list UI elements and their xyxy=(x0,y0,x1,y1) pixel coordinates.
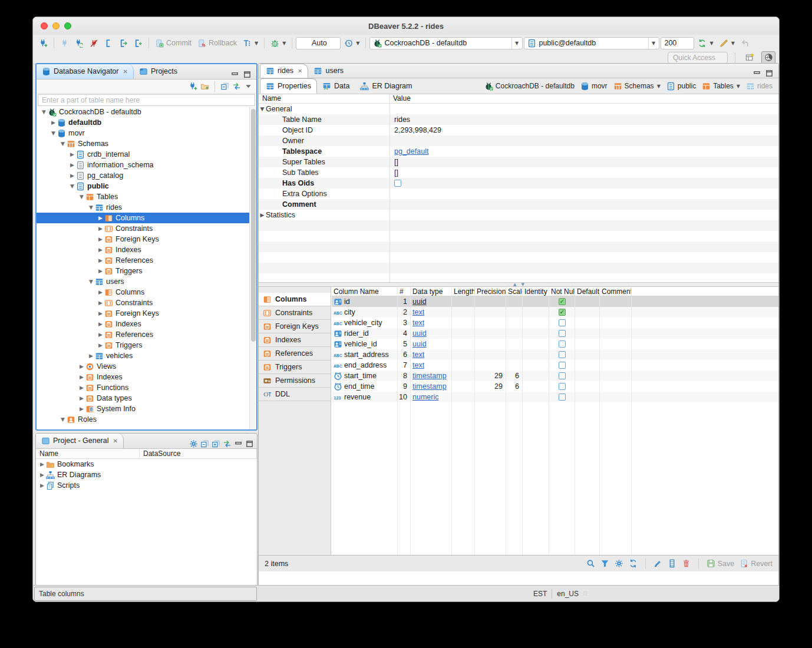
expanded-arrow-icon[interactable]: ▼ xyxy=(87,204,95,210)
rollback-button[interactable]: Rollback xyxy=(195,36,239,50)
column-row-rider-id[interactable]: rider_id4uuid xyxy=(332,328,778,339)
collapsed-arrow-icon[interactable]: ▶ xyxy=(87,353,95,359)
breadcrumb-cockroachdb-defaultdb[interactable]: CockroachDB - defaultdb xyxy=(484,82,575,91)
column-row-id[interactable]: id1uuid xyxy=(332,296,778,307)
column-row-end-time[interactable]: end_time9timestamp296 xyxy=(332,381,778,392)
commit-mode-combo[interactable]: Auto xyxy=(296,37,341,49)
tree-item-constraints[interactable]: ▶Constraints xyxy=(37,297,256,308)
not-null-checkbox[interactable] xyxy=(559,330,566,337)
invalidate-connection-button[interactable] xyxy=(72,36,86,50)
refresh-icon[interactable] xyxy=(629,559,638,568)
tree-item-defaultdb[interactable]: ▶defaultdb xyxy=(37,117,256,128)
open-perspective-button[interactable] xyxy=(742,51,757,64)
property-row-extra-options[interactable]: Extra Options xyxy=(259,189,778,199)
tree-item-system-info[interactable]: ▶System Info xyxy=(37,404,256,414)
filter-icon[interactable] xyxy=(600,559,609,568)
data-type-link[interactable]: uuid xyxy=(412,329,427,338)
add-column-icon[interactable] xyxy=(668,559,676,568)
collapsed-arrow-icon[interactable]: ▶ xyxy=(97,236,104,242)
maximize-view-icon[interactable] xyxy=(765,69,774,78)
collapsed-arrow-icon[interactable]: ▶ xyxy=(78,385,85,391)
collapsed-arrow-icon[interactable]: ▶ xyxy=(97,226,104,232)
collapsed-arrow-icon[interactable]: ▶ xyxy=(97,257,104,263)
data-type-link[interactable]: numeric xyxy=(412,393,438,401)
breadcrumb-rides[interactable]: rides xyxy=(746,82,773,91)
schema-combo[interactable]: public@defaultdb ▼ xyxy=(524,37,659,49)
collapsed-arrow-icon[interactable]: ▶ xyxy=(78,395,85,401)
data-type-link[interactable]: text xyxy=(412,351,424,359)
zoom-window-button[interactable] xyxy=(64,22,71,29)
tree-item-foreign-keys[interactable]: ▶Foreign Keys xyxy=(37,234,256,244)
tree-item-indexes[interactable]: ▶Indexes xyxy=(37,319,256,329)
tree-item-roles[interactable]: ▼Roles xyxy=(37,414,256,425)
view-menu-icon[interactable] xyxy=(244,82,253,91)
detail-tab-indexes[interactable]: Indexes xyxy=(259,333,331,347)
collapse-all-icon[interactable] xyxy=(200,439,209,448)
property-row-has-oids[interactable]: Has Oids xyxy=(259,178,778,189)
collapsed-arrow-icon[interactable]: ▶ xyxy=(97,332,104,338)
tree-item-functions[interactable]: ▶Functions xyxy=(37,382,256,393)
expanded-arrow-icon[interactable]: ▼ xyxy=(59,141,67,147)
assist-button[interactable]: ▼ xyxy=(717,36,737,50)
breadcrumb-tables[interactable]: Tables▼ xyxy=(702,82,740,91)
collapsed-arrow-icon[interactable]: ▶ xyxy=(97,289,104,295)
close-icon[interactable]: ✕ xyxy=(123,68,127,75)
tree-item-information-schema[interactable]: ▶information_schema xyxy=(37,160,256,170)
expanded-arrow-icon[interactable]: ▼ xyxy=(49,130,57,136)
edit-icon[interactable] xyxy=(653,559,662,568)
expanded-arrow-icon[interactable]: ▼ xyxy=(87,279,95,285)
close-window-button[interactable] xyxy=(41,22,48,29)
property-row-super-tables[interactable]: Super Tables[] xyxy=(259,157,778,167)
breadcrumb-movr[interactable]: movr xyxy=(580,82,608,91)
data-type-link[interactable]: timestamp xyxy=(412,382,447,391)
column-row-end-address[interactable]: ABCend_address7text xyxy=(332,360,778,371)
property-row-object-id[interactable]: Object ID2,293,998,429 xyxy=(259,125,778,135)
minimize-view-icon[interactable] xyxy=(234,439,243,448)
maximize-view-icon[interactable] xyxy=(245,439,254,448)
tree-item-triggers[interactable]: ▶Triggers xyxy=(37,340,256,351)
collapsed-arrow-icon[interactable]: ▶ xyxy=(68,173,76,178)
revert-button[interactable]: Revert xyxy=(740,559,773,568)
subtab-properties[interactable]: Properties xyxy=(260,78,317,94)
property-row-statistics[interactable]: ▶Statistics xyxy=(259,210,778,220)
open-sql-editor-button[interactable] xyxy=(117,36,130,50)
tree-item-users[interactable]: ▼users xyxy=(37,276,256,287)
not-null-checkbox[interactable] xyxy=(559,351,566,358)
tree-item-cockroachdb-defaultdb[interactable]: ▼CockroachDB - defaultdb xyxy=(37,107,256,117)
project-item-scripts[interactable]: ▶Scripts xyxy=(36,480,257,491)
tree-item-schemas[interactable]: ▼Schemas xyxy=(37,138,256,149)
tree-item-views[interactable]: ▶Views xyxy=(37,361,256,372)
not-null-checkbox[interactable] xyxy=(559,362,566,369)
fetch-size-input[interactable]: 200 xyxy=(661,37,694,49)
editor-tab-users[interactable]: users xyxy=(308,64,349,78)
tree-item-vehicles[interactable]: ▶vehicles xyxy=(37,351,256,361)
expand-all-icon[interactable] xyxy=(212,439,220,448)
transaction-history-button[interactable]: ▼ xyxy=(342,36,362,50)
column-header-column-name[interactable]: Column Name xyxy=(332,287,398,296)
disconnect-button[interactable] xyxy=(87,36,101,50)
tree-item-pg-catalog[interactable]: ▶pg_catalog xyxy=(37,170,256,181)
collapse-all-icon[interactable] xyxy=(220,82,229,91)
tab-projects[interactable]: Projects xyxy=(134,64,183,79)
collapsed-arrow-icon[interactable]: ▶ xyxy=(97,321,104,327)
save-button[interactable]: Save xyxy=(707,559,735,568)
collapsed-arrow-icon[interactable]: ▶ xyxy=(49,120,57,125)
column-header-data-type[interactable]: Data type xyxy=(411,287,452,296)
collapsed-arrow-icon[interactable]: ▶ xyxy=(97,310,104,316)
column-row-city[interactable]: ABCcity2text xyxy=(332,307,778,318)
tree-item-public[interactable]: ▼public xyxy=(37,181,256,191)
subtab-er-diagram[interactable]: ER Diagram xyxy=(355,78,417,94)
tree-item-indexes[interactable]: ▶Indexes xyxy=(37,244,256,255)
column-header-[interactable]: # xyxy=(398,287,411,296)
column-row-vehicle-id[interactable]: vehicle_id5uuid xyxy=(332,339,778,349)
tree-item-crdb-internal[interactable]: ▶crdb_internal xyxy=(37,149,256,160)
sql-editor-button[interactable] xyxy=(102,36,115,50)
collapsed-arrow-icon[interactable]: ▶ xyxy=(259,212,266,218)
detail-tab-permissions[interactable]: Permissions xyxy=(259,374,331,388)
not-null-checkbox[interactable] xyxy=(559,340,566,348)
expanded-arrow-icon[interactable]: ▼ xyxy=(59,416,67,422)
editor-tab-rides[interactable]: rides✕ xyxy=(260,64,308,78)
connection-combo[interactable]: CockroachDB - defaultdb ▼ xyxy=(369,37,523,49)
back-button[interactable] xyxy=(738,36,752,50)
collapsed-arrow-icon[interactable]: ▶ xyxy=(68,162,76,168)
